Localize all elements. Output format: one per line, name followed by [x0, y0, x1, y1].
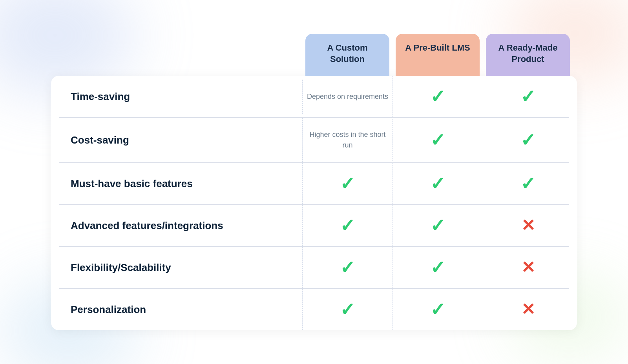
cell-custom-advanced-features: ✓ — [302, 205, 392, 246]
cell-prebuilt-basic-features: ✓ — [392, 163, 483, 204]
check-icon: ✓ — [430, 87, 445, 106]
cell-custom-time-saving: Depends on requirements — [302, 80, 392, 114]
check-icon: ✓ — [430, 131, 445, 149]
cell-custom-flexibility: ✓ — [302, 247, 392, 288]
cross-icon: ✕ — [521, 301, 535, 318]
cell-prebuilt-cost-saving: ✓ — [392, 119, 483, 161]
comparison-table: A Custom Solution A Pre-Built LMS A Read… — [51, 34, 577, 330]
cell-prebuilt-time-saving: ✓ — [392, 76, 483, 117]
row-label-basic-features: Must-have basic features — [59, 166, 302, 202]
cell-readymade-advanced-features: ✕ — [483, 206, 573, 246]
check-icon: ✓ — [430, 300, 445, 318]
cell-readymade-cost-saving: ✓ — [483, 119, 573, 161]
row-label-personalization: Personalization — [59, 292, 302, 328]
cell-custom-personalization: ✓ — [302, 289, 392, 330]
table-header: A Custom Solution A Pre-Built LMS A Read… — [51, 34, 577, 76]
check-icon: ✓ — [340, 175, 355, 193]
column-header-custom: A Custom Solution — [305, 34, 389, 76]
cell-prebuilt-flexibility: ✓ — [392, 247, 483, 288]
table-row: Cost-saving Higher costs in the short ru… — [59, 118, 569, 163]
cell-prebuilt-personalization: ✓ — [392, 289, 483, 330]
check-icon: ✓ — [340, 217, 355, 235]
row-label-advanced-features: Advanced features/integrations — [59, 208, 302, 244]
check-icon: ✓ — [430, 175, 445, 193]
check-icon: ✓ — [430, 258, 445, 277]
table-row: Personalization ✓ ✓ ✕ — [59, 289, 569, 330]
column-header-readymade: A Ready-Made Product — [486, 34, 570, 76]
table-row: Advanced features/integrations ✓ ✓ ✕ — [59, 205, 569, 247]
cell-custom-cost-saving: Higher costs in the short run — [302, 118, 392, 162]
cross-icon: ✕ — [521, 259, 535, 276]
column-header-prebuilt: A Pre-Built LMS — [396, 34, 480, 76]
cell-prebuilt-advanced-features: ✓ — [392, 205, 483, 246]
check-icon: ✓ — [520, 131, 536, 149]
cell-readymade-basic-features: ✓ — [483, 163, 573, 204]
check-icon: ✓ — [520, 87, 536, 106]
check-icon: ✓ — [340, 300, 355, 318]
check-icon: ✓ — [340, 258, 355, 277]
row-label-flexibility: Flexibility/Scalability — [59, 250, 302, 286]
check-icon: ✓ — [430, 217, 445, 235]
row-label-time-saving: Time-saving — [59, 79, 302, 115]
table-body: Time-saving Depends on requirements ✓ ✓ … — [51, 76, 577, 330]
check-icon: ✓ — [520, 175, 536, 193]
row-label-cost-saving: Cost-saving — [59, 122, 302, 158]
cell-readymade-personalization: ✕ — [483, 289, 573, 329]
table-row: Flexibility/Scalability ✓ ✓ ✕ — [59, 247, 569, 289]
cell-custom-basic-features: ✓ — [302, 163, 392, 204]
table-row: Time-saving Depends on requirements ✓ ✓ — [59, 76, 569, 118]
cell-readymade-time-saving: ✓ — [483, 76, 573, 117]
cell-readymade-flexibility: ✕ — [483, 248, 573, 288]
table-row: Must-have basic features ✓ ✓ ✓ — [59, 163, 569, 205]
cross-icon: ✕ — [521, 217, 535, 234]
